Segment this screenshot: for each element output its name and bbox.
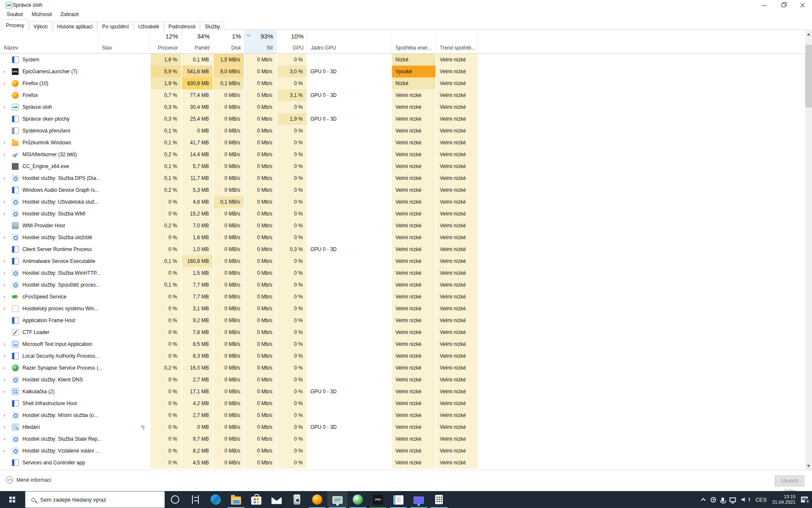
menu-item-view[interactable]: Zobrazit [57, 10, 82, 19]
taskbar-app-store[interactable] [246, 491, 266, 508]
taskbar-app-firefox[interactable] [307, 491, 327, 508]
taskbar-app-cortana[interactable] [165, 491, 185, 508]
taskbar-app-task-manager[interactable] [327, 491, 348, 508]
expander-icon[interactable]: › [3, 409, 9, 421]
table-row[interactable]: › System 1,6 % 0,1 MB 1,5 MB/s 0 Mb/s 0 … [0, 54, 805, 66]
column-header-status[interactable]: Stav [98, 30, 150, 53]
table-row[interactable]: › MSIAfterburner (32 bitů) 0,2 % 14,4 MB… [0, 149, 805, 160]
table-row[interactable]: › Průzkumník Windows 0,1 % 41,7 MB 0 MB/… [0, 137, 805, 149]
table-row[interactable]: › Správce oken plochy 0,3 % 25,4 MB 0 MB… [0, 113, 805, 125]
taskbar-app-edge[interactable] [206, 491, 226, 508]
table-row[interactable]: › Hostitel služby: Služba úložiště 0 % 1… [0, 232, 805, 243]
scroll-down-icon[interactable] [807, 465, 810, 468]
hidden-icons-chevron-icon[interactable] [701, 498, 706, 502]
table-row[interactable]: › Hostitel služby: Služba DPS (Dia... 0,… [0, 172, 805, 184]
menu-item-options[interactable]: Možnosti [28, 10, 55, 19]
clock[interactable]: 13:15 21.04.2021 [772, 494, 796, 505]
column-header-gpu[interactable]: 10% GPU [276, 30, 307, 53]
expander-icon[interactable]: › [3, 196, 9, 208]
table-row[interactable]: › Client Server Runtime Process 0 % 1,0 … [0, 243, 805, 255]
expander-icon[interactable]: › [3, 137, 9, 149]
taskbar-app-calculator[interactable] [429, 491, 449, 508]
column-header-memory[interactable]: 34% Paměť [181, 30, 213, 53]
expander-icon[interactable]: › [3, 433, 9, 445]
scrollbar[interactable] [805, 30, 812, 471]
table-row[interactable]: › Hostitel služby: Klient DNS 0 % 2,7 MB… [0, 374, 805, 386]
expander-icon[interactable]: › [3, 338, 9, 350]
table-row[interactable]: › Application Frame Host 0 % 9,2 MB 0 MB… [0, 315, 805, 326]
less-details-button[interactable]: Méně informací [6, 476, 52, 483]
expander-icon[interactable]: › [3, 362, 9, 374]
column-header-power-trend[interactable]: Trend spotřeb... [436, 30, 478, 53]
column-header-gpu-engine[interactable]: Jádro GPU [307, 30, 391, 53]
column-header-power-usage[interactable]: Spotřeba ener... [391, 30, 436, 53]
scrollbar-thumb[interactable] [805, 45, 812, 108]
table-row[interactable]: › Hostitel služby: Spouštěč proces... 0,… [0, 279, 805, 291]
column-header-network[interactable]: 93% Síť [244, 30, 276, 53]
taskbar-search-input[interactable]: Sem zadejte hledaný výraz [25, 491, 165, 508]
taskbar-app-mail[interactable] [266, 491, 287, 508]
table-row[interactable]: › Microsoft Text Input Application 0 % 8… [0, 338, 805, 350]
column-header-name[interactable]: Název [0, 30, 98, 53]
title-bar[interactable]: Správce úloh [0, 0, 812, 10]
notification-center-icon[interactable]: 4 [801, 497, 808, 502]
expander-icon[interactable]: › [3, 101, 9, 113]
table-row[interactable]: › Razer Synapse Service Process (... 0,2… [0, 362, 805, 374]
table-row[interactable]: › CTF Loader 0 % 7,8 MB 0 MB/s 0 Mb/s 0 … [0, 326, 805, 338]
tab-users[interactable]: Uživatelé [134, 22, 163, 30]
expander-icon[interactable]: › [3, 77, 9, 89]
expander-icon[interactable]: › [3, 172, 9, 184]
column-header-disk[interactable]: 1% Disk [213, 30, 244, 53]
taskbar-app-monitor-app[interactable] [409, 491, 429, 508]
taskbar-app-task-view[interactable] [185, 491, 206, 508]
expander-icon[interactable]: › [3, 149, 9, 160]
expander-icon[interactable]: › [3, 291, 9, 303]
table-row[interactable]: › Hostitel služby: Služba State Rep... 0… [0, 433, 805, 445]
tab-startup[interactable]: Po spuštění [98, 22, 133, 30]
table-row[interactable]: › Services and Controller app 0 % 4,5 MB… [0, 457, 805, 469]
table-row[interactable]: › Hostitel služby: Služba WinHTTP... 0 %… [0, 267, 805, 279]
taskbar-app-notepad[interactable] [388, 491, 409, 508]
expander-icon[interactable]: › [3, 445, 9, 457]
table-row[interactable]: › Local Security Authority Process... 0 … [0, 350, 805, 362]
tab-performance[interactable]: Výkon [29, 22, 52, 30]
taskbar-app-epic-games[interactable] [368, 491, 388, 508]
expander-icon[interactable]: › [3, 66, 9, 77]
expander-icon[interactable]: › [3, 208, 9, 220]
end-task-button[interactable]: Ukončit úlohu [775, 475, 804, 486]
taskbar-app-green-orb-app[interactable] [348, 491, 368, 508]
table-row[interactable]: › Hostitel služby: Vzdálené volání ... 0… [0, 445, 805, 457]
taskbar-app-audio-app[interactable] [287, 491, 307, 508]
tab-app-history[interactable]: Historie aplikací [53, 22, 97, 30]
camera-privacy-icon[interactable] [710, 497, 716, 502]
tab-processes[interactable]: Procesy [2, 19, 28, 30]
table-row[interactable]: › Hostitel služby: Služba WMI 0 % 15,2 M… [0, 208, 805, 220]
speaker-icon[interactable] [741, 497, 746, 502]
table-row[interactable]: › Hledání 0 % 0 MB 0 MB/s 0 Mb/s 0 % GPU… [0, 421, 805, 433]
table-row[interactable]: › Systémová přerušení 0,1 % 0 MB 0 MB/s … [0, 125, 805, 137]
table-row[interactable]: › Hostitel služby: Uživatelská služ... 0… [0, 196, 805, 208]
expander-icon[interactable]: › [3, 386, 9, 398]
table-row[interactable]: › Kalkulačka (2) 0 % 17,1 MB 0 MB/s 0 Mb… [0, 386, 805, 398]
expander-icon[interactable]: › [3, 267, 9, 279]
column-header-cpu[interactable]: 12% Procesor [150, 30, 181, 53]
table-row[interactable]: › Antimalware Service Executable 0,1 % 1… [0, 255, 805, 267]
table-row[interactable]: › EpicGamesLauncher (7) 5,9 % 541,6 MB 9… [0, 66, 805, 77]
menu-item-file[interactable]: Soubor [3, 10, 27, 19]
table-row[interactable]: › Hostitel služby: Místní služba (o... 0… [0, 409, 805, 421]
expander-icon[interactable]: › [3, 255, 9, 267]
language-indicator[interactable]: CES [755, 497, 767, 503]
restore-button[interactable] [774, 0, 793, 11]
table-row[interactable]: › Firefox 0,7 % 77,4 MB 0 MB/s 0 Mb/s 3,… [0, 89, 805, 101]
expander-icon[interactable]: › [3, 350, 9, 362]
close-button[interactable] [793, 0, 812, 11]
table-row[interactable]: › Firefox (10) 1,9 % 830,6 MB 0,1 MB/s 0… [0, 77, 805, 89]
microphone-icon[interactable] [721, 497, 724, 502]
table-row[interactable]: › CC_Engine_x64.exe 0,1 % 5,7 MB 0 MB/s … [0, 160, 805, 172]
table-row[interactable]: › Správce úloh 0,3 % 30,4 MB 0 MB/s 0 Mb… [0, 101, 805, 113]
taskbar-app-file-explorer[interactable] [226, 491, 246, 508]
expander-icon[interactable]: › [3, 279, 9, 291]
expander-icon[interactable]: › [3, 232, 9, 243]
table-row[interactable]: › WMI Provider Host 0,2 % 7,0 MB 0 MB/s … [0, 220, 805, 232]
network-icon[interactable] [730, 497, 736, 502]
